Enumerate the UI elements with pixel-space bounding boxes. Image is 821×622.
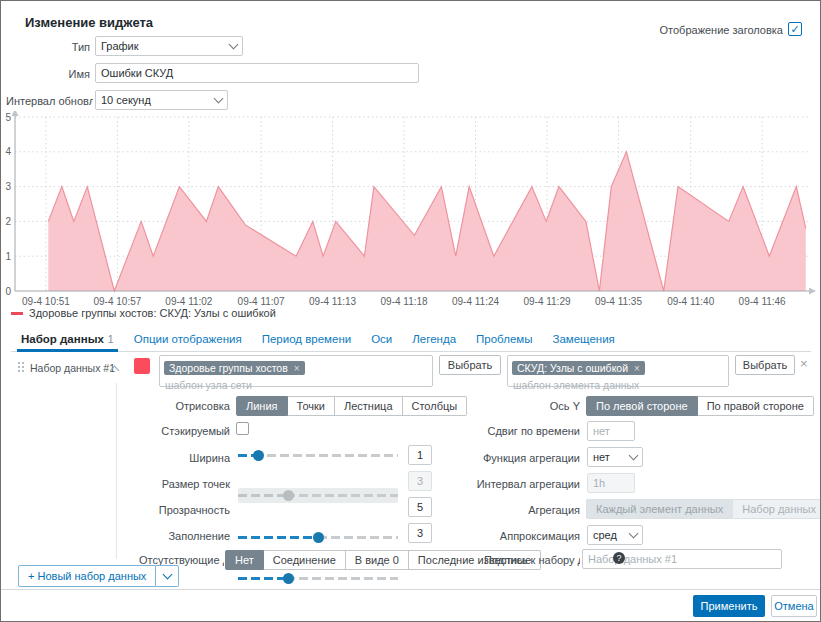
dataset-color-swatch[interactable] — [134, 358, 150, 374]
fill-value[interactable]: 3 — [408, 523, 432, 543]
agginterval-label: Интервал агрегации — [461, 478, 580, 490]
draw-type-segmented: ЛинияТочкиЛестницаСтолбцы — [236, 396, 467, 416]
show-header-checkbox[interactable]: ✓ — [788, 22, 802, 36]
cancel-button[interactable]: Отмена — [771, 595, 817, 617]
svg-text:09-4 11:13: 09-4 11:13 — [309, 296, 357, 307]
refresh-interval-value: 10 секунд — [101, 94, 151, 106]
tab-легенда[interactable]: Легенда — [402, 333, 466, 351]
slider-thumb — [283, 490, 294, 501]
width-label: Ширина — [101, 452, 230, 464]
fill-label: Заполнение — [101, 530, 230, 542]
stacked-checkbox[interactable] — [236, 422, 249, 435]
approx-value: сред — [593, 529, 617, 541]
stacked-label: Стэкируемый — [101, 425, 230, 437]
dataset-label-label: Подпись к набору данн — [484, 554, 580, 566]
refresh-interval-label: Интервал обновлени — [6, 95, 93, 107]
chevron-down-icon — [229, 40, 239, 50]
segment-по-правой-стороне[interactable]: По правой стороне — [698, 396, 814, 416]
hostgroup-chip-label: Здоровье группы хостов — [169, 362, 288, 374]
graph-legend: Здоровье группы хостов: СКУД: Узлы с оши… — [11, 307, 276, 319]
segment-линия[interactable]: Линия — [236, 396, 288, 416]
svg-text:09-4 10:57: 09-4 10:57 — [94, 296, 142, 307]
segment-набор-данных: Набор данных — [733, 499, 821, 519]
help-icon[interactable]: ? — [613, 552, 625, 564]
transparency-slider[interactable] — [238, 530, 398, 545]
show-header-label: Отображение заголовка — [653, 24, 783, 36]
hostgroup-select-button[interactable]: Выбрать — [439, 355, 501, 375]
approx-select[interactable]: сред — [587, 525, 643, 545]
svg-text:4: 4 — [5, 146, 11, 157]
tab-проблемы[interactable]: Проблемы — [466, 333, 542, 351]
chip-close-icon[interactable]: × — [634, 363, 640, 374]
yaxis-segmented: По левой сторонеПо правой стороне — [586, 396, 814, 416]
refresh-interval-select[interactable]: 10 секунд — [95, 90, 228, 110]
aggregate-label: Агрегация — [461, 504, 580, 516]
type-select[interactable]: График — [95, 36, 243, 56]
name-label: Имя — [11, 68, 90, 80]
dialog-title: Изменение виджета — [25, 15, 153, 30]
fill-slider[interactable] — [238, 571, 398, 586]
tab-набор-данных[interactable]: Набор данных1 — [11, 333, 124, 351]
segment-нет[interactable]: Нет — [225, 550, 264, 570]
transparency-value[interactable]: 5 — [408, 497, 432, 517]
drag-handle-icon[interactable] — [17, 361, 24, 374]
item-select-button[interactable]: Выбрать — [735, 355, 795, 375]
item-multiselect[interactable]: СКУД: Узлы с ошибкой × шаблон элемента д… — [507, 355, 729, 387]
svg-text:5: 5 — [5, 112, 11, 123]
timeshift-input[interactable] — [587, 421, 635, 441]
svg-text:09-4 11:35: 09-4 11:35 — [595, 296, 643, 307]
segment-столбцы[interactable]: Столбцы — [403, 396, 468, 416]
tab-оси[interactable]: Оси — [361, 333, 402, 351]
transparency-label: Прозрачность — [101, 504, 230, 516]
point-size-value: 3 — [408, 471, 432, 491]
hostgroup-placeholder: шаблон узла сети — [165, 379, 427, 391]
svg-text:09-4 11:24: 09-4 11:24 — [452, 296, 500, 307]
type-select-value: График — [101, 40, 139, 52]
slider-thumb[interactable] — [283, 573, 294, 584]
aggfunc-value: нет — [593, 451, 610, 463]
svg-text:09-4 11:40: 09-4 11:40 — [667, 296, 715, 307]
widget-config-tabs: Набор данных1Опции отображенияПериод вре… — [11, 327, 811, 352]
check-icon: ✓ — [790, 23, 799, 36]
legend-text: Здоровье группы хостов: СКУД: Узлы с оши… — [29, 307, 276, 319]
segment-точки[interactable]: Точки — [288, 396, 335, 416]
graph-preview: 01234509-4 10:5109-4 10:5709-4 11:0209-4… — [3, 111, 817, 309]
chip-close-icon[interactable]: × — [294, 363, 300, 374]
new-dataset-button[interactable]: + Новый набор данных — [18, 565, 156, 587]
dataset-label-input[interactable] — [582, 549, 782, 569]
approx-label: Аппроксимация — [461, 530, 580, 542]
item-chip: СКУД: Узлы с ошибкой × — [512, 361, 645, 375]
graph-preview-svg: 01234509-4 10:5109-4 10:5709-4 11:0209-4… — [3, 111, 817, 309]
width-value[interactable]: 1 — [408, 445, 432, 465]
hostgroup-multiselect[interactable]: Здоровье группы хостов × шаблон узла сет… — [159, 355, 433, 387]
segment-по-левой-стороне[interactable]: По левой стороне — [586, 396, 698, 416]
svg-text:09-4 11:29: 09-4 11:29 — [523, 296, 571, 307]
svg-text:09-4 11:46: 09-4 11:46 — [739, 296, 787, 307]
slider-thumb[interactable] — [253, 450, 264, 461]
svg-text:09-4 10:51: 09-4 10:51 — [22, 296, 70, 307]
apply-button[interactable]: Применить — [693, 595, 765, 617]
aggfunc-select[interactable]: нет — [587, 447, 643, 467]
name-input[interactable] — [95, 63, 419, 83]
segment-соединение[interactable]: Соединение — [264, 550, 346, 570]
width-slider[interactable] — [238, 448, 398, 463]
new-dataset-split-button: + Новый набор данных — [18, 565, 179, 587]
segment-в-виде-0[interactable]: В виде 0 — [346, 550, 409, 570]
collapse-chevron-icon[interactable] — [111, 364, 118, 374]
tab-count-badge: 1 — [108, 333, 114, 345]
slider-thumb[interactable] — [313, 532, 324, 543]
tab-период-времени[interactable]: Период времени — [252, 333, 362, 351]
footer-divider — [1, 589, 820, 590]
item-select-button-label: Выбрать — [743, 359, 787, 371]
tab-опции-отображения[interactable]: Опции отображения — [124, 333, 252, 351]
remove-dataset-icon[interactable]: × — [800, 356, 808, 371]
segment-лестница[interactable]: Лестница — [335, 396, 403, 416]
chevron-down-icon — [162, 570, 172, 580]
point-size-label: Размер точек — [101, 478, 230, 490]
svg-text:09-4 11:07: 09-4 11:07 — [238, 296, 286, 307]
aggregate-segmented: Каждый элемент данныхНабор данных — [586, 499, 821, 519]
item-chip-label: СКУД: Узлы с ошибкой — [517, 362, 628, 374]
new-dataset-dropdown-button[interactable] — [156, 565, 179, 587]
tab-замещения[interactable]: Замещения — [542, 333, 624, 351]
chevron-down-icon — [214, 94, 224, 104]
